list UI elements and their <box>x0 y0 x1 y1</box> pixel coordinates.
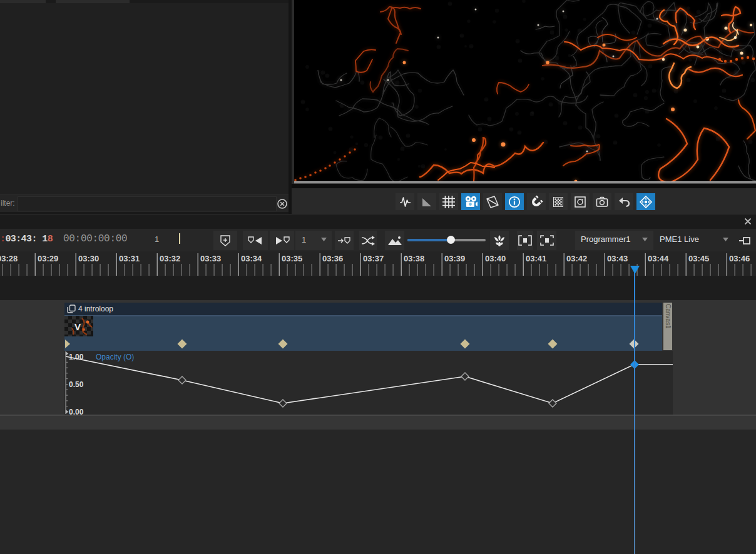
svg-text:03:31: 03:31 <box>119 254 140 263</box>
svg-text:0.50: 0.50 <box>69 380 84 389</box>
svg-text:03:33: 03:33 <box>200 254 221 263</box>
svg-text:03:39: 03:39 <box>444 254 465 263</box>
svg-text:03:36: 03:36 <box>322 254 343 263</box>
svg-text:03:38: 03:38 <box>404 254 424 263</box>
svg-text:03:44: 03:44 <box>648 254 669 263</box>
svg-text:03:34: 03:34 <box>241 254 262 263</box>
svg-text:03:42: 03:42 <box>566 254 587 263</box>
svg-text:03:28: 03:28 <box>0 254 18 263</box>
svg-text:03:29: 03:29 <box>38 254 58 263</box>
svg-text:03:46: 03:46 <box>729 254 750 263</box>
svg-text:03:32: 03:32 <box>160 254 180 263</box>
svg-text:03:40: 03:40 <box>485 254 506 263</box>
svg-text:03:45: 03:45 <box>688 254 709 263</box>
svg-text:03:30: 03:30 <box>78 254 99 263</box>
svg-text:03:41: 03:41 <box>526 254 546 263</box>
svg-text:Opacity (O): Opacity (O) <box>96 353 134 361</box>
svg-text:0.00: 0.00 <box>69 408 84 415</box>
svg-text:03:37: 03:37 <box>363 254 384 263</box>
svg-text:03:35: 03:35 <box>282 254 302 263</box>
svg-text:03:43: 03:43 <box>607 254 628 263</box>
